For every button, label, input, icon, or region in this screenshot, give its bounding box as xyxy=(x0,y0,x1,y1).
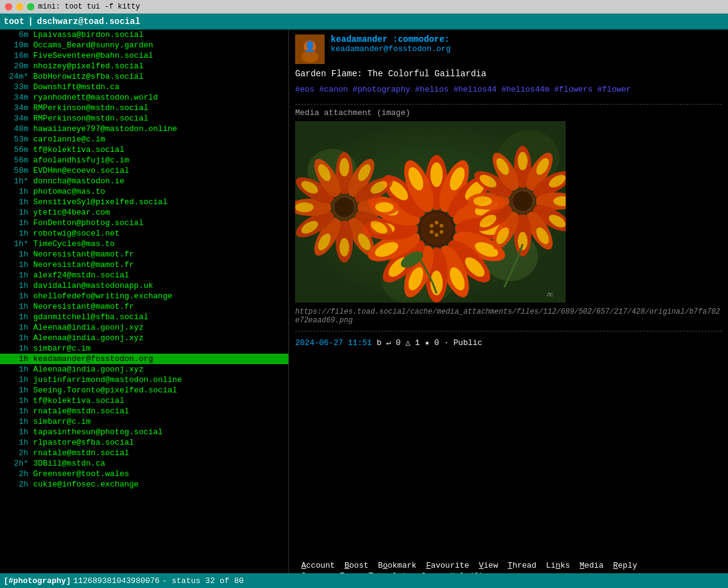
list-item[interactable]: 1hNeoresistant@mamot.fr xyxy=(0,301,288,312)
list-item[interactable]: 2h*3DBill@mstdn.ca xyxy=(0,458,288,469)
timeline-list: 6mLpaivassa@birdon.social10mOccams_Beard… xyxy=(0,30,289,588)
list-item-username: FonDenton@photog.social xyxy=(33,218,143,228)
header-bar: toot | dschwarz@toad.social xyxy=(0,14,728,30)
list-item[interactable]: 34mRMPerkinson@mstdn.social xyxy=(0,103,288,113)
list-item-username: SensitiveSyl@pixelfed.social xyxy=(33,197,167,207)
list-item-username: simbarr@c.im xyxy=(33,417,91,426)
svg-point-43 xyxy=(435,221,438,224)
image-url[interactable]: https://files.toad.social/cache/media_at… xyxy=(295,308,722,325)
list-item[interactable]: 1hsimbarr@c.im xyxy=(0,343,288,354)
post-hashtags[interactable]: #eos #canon #photography #helios #helios… xyxy=(295,84,722,97)
list-item[interactable]: 1halexf24@mstdn.social xyxy=(0,270,288,280)
list-item-time: 1h xyxy=(2,292,28,301)
list-item[interactable]: 48mhawaiianeye797@mastodon.online xyxy=(0,124,288,134)
list-item[interactable]: 1hSeeing.Toronto@pixelfed.social xyxy=(0,385,288,395)
post-image-container[interactable]: ЛС xyxy=(295,121,566,303)
list-item[interactable]: 1hNeoresistant@mamot.fr xyxy=(0,249,288,260)
list-item[interactable]: 1hkeadamander@fosstodon.org xyxy=(0,354,288,364)
list-item[interactable]: 10mOccams_Beard@sunny.garden xyxy=(0,40,288,50)
list-item[interactable]: 58mEVDHmn@ecoevo.social xyxy=(0,165,288,176)
list-item-username: rnatale@mstdn.social xyxy=(33,448,129,458)
list-item[interactable]: 1hNeoresistant@mamot.fr xyxy=(0,260,288,270)
list-item[interactable]: 1hjustinfarrimond@mastodon.online xyxy=(0,375,288,385)
list-item[interactable]: 1hAleenaa@india.goonj.xyz xyxy=(0,333,288,343)
action-media[interactable]: Media xyxy=(580,561,614,570)
list-item[interactable]: 1hSensitiveSyl@pixelfed.social xyxy=(0,197,288,207)
action-reply[interactable]: Reply xyxy=(613,561,637,570)
list-item[interactable]: 1hsimbarr@c.im xyxy=(0,416,288,427)
list-item[interactable]: 2hrnatale@mstdn.social xyxy=(0,448,288,458)
list-item[interactable]: 34mryanhodnett@mastodon.world xyxy=(0,92,288,103)
list-item[interactable]: 34mRMPerkinson@mstdn.social xyxy=(0,113,288,124)
list-item[interactable]: 1hAleenaa@india.goonj.xyz xyxy=(0,364,288,375)
minimize-dot[interactable] xyxy=(16,3,23,10)
list-item-username: davidallan@mastodonapp.uk xyxy=(33,281,153,290)
action-favourite[interactable]: Favourite xyxy=(426,561,479,570)
svg-point-74 xyxy=(513,191,532,211)
list-item[interactable]: 16mFiveSeventeen@bahn.social xyxy=(0,50,288,61)
action-account[interactable]: Account xyxy=(301,561,344,570)
list-item[interactable]: 1htf@kolektiva.social xyxy=(0,395,288,406)
list-item[interactable]: 24m*BobHorowitz@sfba.social xyxy=(0,71,288,82)
app-label: toot xyxy=(4,17,25,26)
svg-point-100 xyxy=(334,197,354,217)
list-item-time: 1h xyxy=(2,208,28,217)
list-item[interactable]: 1hohellofedefo@writing.exchange xyxy=(0,291,288,301)
close-dot[interactable] xyxy=(5,3,12,10)
svg-point-67 xyxy=(518,232,528,250)
list-item[interactable]: 33mDownshift@mstdn.ca xyxy=(0,82,288,92)
header-account: dschwarz@toad.social xyxy=(37,17,140,26)
list-item-username: Greenseer@toot.wales xyxy=(33,469,129,479)
list-item[interactable]: 1hrobotwig@socel.net xyxy=(0,228,288,239)
svg-text:ЛС: ЛС xyxy=(546,292,553,298)
list-item[interactable]: 53mcarolannie@c.im xyxy=(0,134,288,145)
list-item[interactable]: 6mLpaivassa@birdon.social xyxy=(0,30,288,40)
list-item[interactable]: 1hAleenaa@india.goonj.xyz xyxy=(0,322,288,333)
status-info: - status 32 of 80 xyxy=(162,576,244,586)
list-item-time: 1h xyxy=(2,344,28,353)
status-bar: [#photography] 112689381043980076 - stat… xyxy=(0,573,728,588)
action-thread[interactable]: Thread xyxy=(508,561,546,570)
list-item[interactable]: 2hcukie@infosec.exchange xyxy=(0,479,288,490)
svg-point-42 xyxy=(423,215,450,242)
list-item-time: 20m xyxy=(2,62,28,71)
list-item[interactable]: 1htapasinthesun@photog.social xyxy=(0,427,288,437)
action-links[interactable]: Links xyxy=(546,561,580,570)
list-item-username: Lpaivassa@birdon.social xyxy=(33,30,143,39)
maximize-dot[interactable] xyxy=(27,3,34,10)
list-item-username: afoolandhisfuji@c.im xyxy=(33,156,129,165)
list-item[interactable]: 1hrlpastore@sfba.social xyxy=(0,437,288,448)
list-item[interactable]: 1hrnatale@mstdn.social xyxy=(0,406,288,416)
list-item[interactable]: 56mafoolandhisfuji@c.im xyxy=(0,155,288,165)
action-bookmark[interactable]: Bookmark xyxy=(378,561,426,570)
svg-text:👤: 👤 xyxy=(304,41,316,53)
list-item[interactable]: 1hdavidallan@mastodonapp.uk xyxy=(0,280,288,291)
list-item-username: RMPerkinson@mstdn.social xyxy=(33,114,148,123)
list-item-username: photomac@mas.to xyxy=(33,187,105,196)
list-item-time: 6m xyxy=(2,30,28,39)
list-item-time: 16m xyxy=(2,51,28,60)
list-item-time: 1h xyxy=(2,271,28,280)
list-item[interactable]: 20mnhoizey@pixelfed.social xyxy=(0,61,288,71)
content-area: 6mLpaivassa@birdon.social10mOccams_Beard… xyxy=(0,30,728,588)
list-item[interactable]: 1h*TimeCycles@mas.to xyxy=(0,239,288,249)
list-item-time: 1h xyxy=(2,323,28,332)
list-item-time: 1h xyxy=(2,302,28,311)
list-item[interactable]: 2hGreenseer@toot.wales xyxy=(0,469,288,479)
list-item-time: 1h xyxy=(2,365,28,374)
list-item[interactable]: 1hytetic@4bear.com xyxy=(0,207,288,218)
divider-1 xyxy=(295,104,722,105)
list-item[interactable]: 1hgdanmitchell@sfba.social xyxy=(0,312,288,322)
list-item-username: 3DBill@mstdn.ca xyxy=(33,459,105,468)
svg-point-87 xyxy=(339,158,349,177)
action-view[interactable]: View xyxy=(479,561,508,570)
action-boost[interactable]: Boost xyxy=(344,561,378,570)
svg-point-25 xyxy=(430,162,443,187)
list-item-time: 1h xyxy=(2,281,28,290)
list-item[interactable]: 1hphotomac@mas.to xyxy=(0,186,288,197)
list-item-time: 1h xyxy=(2,407,28,416)
list-item[interactable]: 1hFonDenton@photog.social xyxy=(0,218,288,228)
list-item[interactable]: 1h*donncha@mastodon.ie xyxy=(0,176,288,186)
list-item-username: cukie@infosec.exchange xyxy=(33,480,139,489)
list-item[interactable]: 56mtf@kolektiva.social xyxy=(0,145,288,155)
